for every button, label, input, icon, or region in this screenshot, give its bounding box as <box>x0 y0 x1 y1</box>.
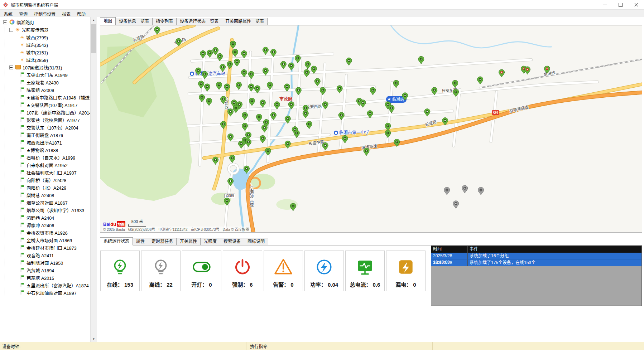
device-pin[interactable] <box>452 80 458 88</box>
device-pin[interactable] <box>198 81 204 88</box>
device-pin[interactable] <box>294 130 299 137</box>
device-pin[interactable] <box>320 87 326 95</box>
device-pin[interactable] <box>304 69 309 77</box>
device-pin[interactable] <box>346 58 352 65</box>
device-pin[interactable] <box>227 61 233 69</box>
tree-item-sensor[interactable]: ☀城东(3543) <box>0 41 91 49</box>
device-pin[interactable] <box>236 82 241 89</box>
scroll-down-icon[interactable]: ▼ <box>91 336 97 342</box>
device-pin[interactable] <box>242 112 247 120</box>
device-pin[interactable] <box>342 135 348 143</box>
device-pin[interactable] <box>284 84 290 91</box>
device-pin[interactable] <box>242 123 247 131</box>
device-pin[interactable] <box>453 201 459 208</box>
device-pin[interactable] <box>285 116 290 123</box>
tree-item-device[interactable]: 彭家巷（党校后面）A1977 <box>0 116 91 124</box>
device-pin[interactable] <box>230 155 235 162</box>
device-pin[interactable] <box>285 141 290 148</box>
menu-item-2[interactable]: 控制与设置 <box>31 10 59 18</box>
status-card-leakage[interactable]: 漏电：0 <box>386 251 426 291</box>
tree-item-sensor[interactable]: ☀城西(2799) <box>0 34 91 41</box>
device-pin[interactable] <box>256 114 262 122</box>
device-pin[interactable] <box>338 112 344 120</box>
device-pin[interactable] <box>385 130 391 137</box>
device-pin[interactable] <box>499 69 505 77</box>
minimize-button[interactable] <box>597 0 612 9</box>
status-card-forced[interactable]: 强制：6 <box>223 251 262 291</box>
bottom-tab-0[interactable]: 系统运行状态 <box>100 237 133 246</box>
device-pin[interactable] <box>295 55 301 63</box>
menu-item-1[interactable]: 查询 <box>16 10 31 18</box>
device-pin[interactable] <box>241 50 247 58</box>
tree-item-device[interactable]: 谭家冲 A2406 <box>0 222 91 229</box>
tree-group-devices[interactable]: 107国道沿线(31/31) <box>0 64 91 71</box>
tree-group-sensors[interactable]: ☀光照度传感器 <box>0 26 91 34</box>
device-pin[interactable] <box>288 63 294 70</box>
device-pin[interactable] <box>295 87 301 95</box>
tree-item-device[interactable]: 福利院对面 A1950 <box>0 259 91 267</box>
device-pin[interactable] <box>270 112 276 120</box>
tree-root[interactable]: 临湘路灯 <box>0 19 91 26</box>
tree-item-device[interactable]: 五里派出所（富源汽配）A1874 <box>0 282 91 289</box>
event-log-row[interactable]: 2025/3/28 12:15:08系统加载了175个设备，在线153个 <box>431 259 641 266</box>
device-pin[interactable] <box>205 84 210 91</box>
tree-item-device[interactable]: 陈家组 A2009 <box>0 86 91 94</box>
device-pin[interactable] <box>402 93 408 100</box>
device-pin[interactable] <box>288 102 294 109</box>
device-pin[interactable] <box>367 111 373 118</box>
device-pin[interactable] <box>217 53 223 61</box>
device-pin[interactable] <box>216 82 222 89</box>
device-pin[interactable] <box>306 121 312 129</box>
close-button[interactable] <box>628 0 644 9</box>
event-log-row[interactable]: 2025/3/28 12:15:08系统加载了16个分组 <box>431 253 641 259</box>
maximize-button[interactable] <box>612 0 628 9</box>
device-pin[interactable] <box>213 157 218 164</box>
device-pin[interactable] <box>393 80 399 88</box>
bottom-tab-2[interactable]: 定时器任务 <box>148 238 177 245</box>
device-pin[interactable] <box>370 87 376 95</box>
device-pin[interactable] <box>254 86 260 93</box>
tree-item-device[interactable]: 石咀桥（自来水）A1999 <box>0 154 91 161</box>
device-pin[interactable] <box>199 94 205 102</box>
device-pin[interactable] <box>280 61 286 69</box>
device-pin[interactable] <box>228 178 234 186</box>
device-pin[interactable] <box>444 187 450 195</box>
tree-item-device[interactable]: 烟草公司（求知中学）A1933 <box>0 206 91 214</box>
status-card-current[interactable]: 总电流：0.6 <box>345 251 385 291</box>
tree-item-device[interactable]: 观音路 A2411 <box>0 252 91 259</box>
device-pin[interactable] <box>477 77 483 84</box>
tree-scrollbar[interactable]: ▲ ▼ <box>90 17 97 342</box>
device-pin[interactable] <box>224 198 230 205</box>
device-pin[interactable] <box>314 78 320 86</box>
device-pin[interactable] <box>213 47 218 55</box>
tree-item-device[interactable]: 社会福利院大门口 A1907 <box>0 169 91 176</box>
map-tab-0[interactable]: 地图 <box>100 17 116 25</box>
menu-item-3[interactable]: 报表 <box>59 10 74 18</box>
device-pin[interactable] <box>360 100 366 107</box>
device-pin[interactable] <box>154 26 160 34</box>
tree-item-device[interactable]: ★博物馆 A1888 <box>0 146 91 154</box>
device-pin[interactable] <box>220 64 226 72</box>
device-pin[interactable] <box>245 139 251 146</box>
status-card-online[interactable]: 在线：153 <box>100 251 140 291</box>
device-pin[interactable] <box>200 50 206 58</box>
device-pin[interactable] <box>322 102 328 109</box>
scrollbar-thumb[interactable] <box>91 24 96 53</box>
device-pin[interactable] <box>263 68 268 75</box>
device-pin[interactable] <box>389 105 394 113</box>
device-pin[interactable] <box>270 49 276 57</box>
device-pin[interactable] <box>234 59 240 66</box>
device-pin[interactable] <box>261 125 267 132</box>
device-pin[interactable] <box>442 118 448 125</box>
device-pin[interactable] <box>241 69 247 77</box>
map-canvas[interactable]: 长盛路长白路京港线临湘长途汽车站市政府临湘站长安东路长安西路长盛路G4京港澳高速… <box>100 25 642 233</box>
menu-item-4[interactable]: 帮助 <box>74 10 89 18</box>
device-pin[interactable] <box>207 50 213 57</box>
device-pin[interactable] <box>337 86 342 93</box>
device-pin[interactable] <box>290 203 296 211</box>
device-pin[interactable] <box>196 68 201 75</box>
device-pin[interactable] <box>238 141 244 148</box>
device-pin[interactable] <box>233 105 239 113</box>
tree-item-device[interactable]: 向阳桥（北）A2429 <box>0 184 91 191</box>
device-pin[interactable] <box>305 61 311 69</box>
